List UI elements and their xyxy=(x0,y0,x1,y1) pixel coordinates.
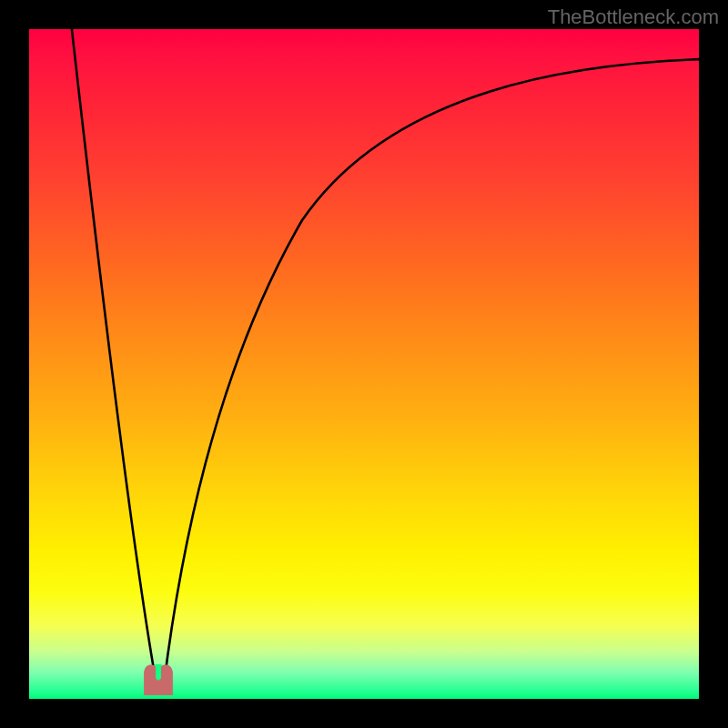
curve-left-branch xyxy=(71,29,157,685)
watermark-text: TheBottleneck.com xyxy=(548,5,719,29)
curve-right-branch xyxy=(164,59,699,685)
minimum-marker-icon xyxy=(144,664,173,695)
svg-rect-12 xyxy=(145,681,173,695)
chart-frame: TheBottleneck.com xyxy=(0,0,728,728)
curve-layer xyxy=(29,29,699,699)
plot-area xyxy=(29,29,699,699)
